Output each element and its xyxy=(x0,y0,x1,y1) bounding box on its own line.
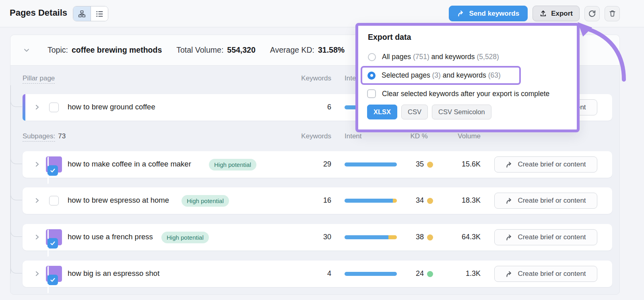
export-option-selected[interactable]: Selected pages (3) and keywords (63) xyxy=(362,71,501,80)
chevron-right-icon[interactable] xyxy=(34,234,41,240)
intent-bar xyxy=(345,199,397,203)
row-checkbox-checked[interactable] xyxy=(47,275,58,285)
sitemap-icon xyxy=(78,10,86,18)
trash-icon xyxy=(609,10,616,17)
topbar-actions: Send keywords Export xyxy=(449,6,620,21)
create-brief-button[interactable]: Create brief or content xyxy=(494,193,597,209)
export-popup-title: Export data xyxy=(368,33,411,42)
total-volume-label: Total Volume: xyxy=(176,45,223,55)
tree-view-button[interactable] xyxy=(73,6,91,21)
keywords-count: 29 xyxy=(288,160,331,168)
refresh-icon xyxy=(588,10,596,18)
kd-value: 24 xyxy=(397,269,424,278)
check-icon xyxy=(50,277,56,283)
create-brief-button[interactable]: Create brief or content xyxy=(494,229,597,245)
xlsx-button[interactable]: XLSX xyxy=(367,105,397,119)
subpage-row: how big is an espresso shot 4 24 1.3K Cr… xyxy=(23,261,612,287)
export-option-all[interactable]: All pages (751) and keywords (5,528) xyxy=(368,53,499,61)
subpages-count: 73 xyxy=(58,132,66,140)
intent-bar xyxy=(345,272,397,276)
forward-arrow-icon xyxy=(506,270,513,278)
chevron-down-icon[interactable] xyxy=(23,46,31,54)
delete-button[interactable] xyxy=(605,6,620,21)
row-checkbox-checked[interactable] xyxy=(47,238,58,249)
list-icon xyxy=(95,10,104,18)
kd-value: 38 xyxy=(397,233,424,241)
subpage-row: how to make coffee in a coffee maker Hig… xyxy=(23,151,612,178)
checkbox-highlight xyxy=(46,266,62,282)
create-brief-button[interactable]: Create brief or content xyxy=(494,266,597,282)
topic-label: Topic: xyxy=(47,45,68,55)
kd-dot xyxy=(427,198,433,204)
high-potential-badge: High potential xyxy=(161,232,209,243)
keywords-count: 6 xyxy=(288,103,331,111)
checkbox-highlight xyxy=(46,229,62,245)
list-view-button[interactable] xyxy=(91,6,108,21)
page-title-text: how to brew espresso at home xyxy=(68,196,169,205)
create-brief-button[interactable]: Create brief or content xyxy=(494,156,597,173)
average-kd-label: Average KD: xyxy=(270,45,314,55)
pillar-accent-bar xyxy=(23,94,25,121)
volume-column-header: Volume xyxy=(441,132,481,140)
volume-value: 18.3K xyxy=(441,196,481,205)
forward-arrow-icon xyxy=(506,161,513,168)
option-text: All pages (751) and keywords (5,528) xyxy=(382,53,499,61)
keywords-column-header: Keywords xyxy=(288,132,331,140)
export-popup: Export data All pages (751) and keywords… xyxy=(355,23,580,132)
selected-option-highlight: Selected pages (3) and keywords (63) xyxy=(361,66,521,85)
subpages-label[interactable]: Subpages: xyxy=(23,132,55,142)
csv-semicolon-button[interactable]: CSV Semicolon xyxy=(432,105,491,119)
kd-value: 34 xyxy=(397,196,424,205)
volume-value: 64.3K xyxy=(441,233,481,241)
high-potential-badge: High potential xyxy=(209,159,256,171)
keywords-count: 4 xyxy=(288,269,331,278)
checkbox-highlight xyxy=(46,156,62,173)
csv-button[interactable]: CSV xyxy=(401,105,428,119)
export-label: Export xyxy=(551,10,573,18)
chevron-right-icon[interactable] xyxy=(34,161,41,168)
send-keywords-label: Send keywords xyxy=(469,10,519,18)
page-title-text: how to use a french press xyxy=(68,232,153,241)
option-text: Selected pages (3) and keywords (63) xyxy=(382,71,501,80)
page-title-text: how big is an espresso shot xyxy=(68,269,159,278)
forward-arrow-icon xyxy=(457,10,465,17)
kd-dot xyxy=(427,271,433,277)
chevron-right-icon[interactable] xyxy=(34,270,41,277)
clear-keywords-checkbox[interactable] xyxy=(367,89,376,98)
refresh-button[interactable] xyxy=(584,6,600,21)
radio-selected[interactable] xyxy=(367,72,376,80)
upload-icon xyxy=(539,10,547,17)
export-button[interactable]: Export xyxy=(533,6,580,21)
subpage-row: how to use a french press High potential… xyxy=(23,224,612,251)
pillar-page-column-header[interactable]: Pillar page xyxy=(23,74,55,82)
radio-unselected[interactable] xyxy=(368,53,376,61)
clear-keywords-label: Clear selected keywords after your expor… xyxy=(382,90,549,98)
row-checkbox[interactable] xyxy=(49,196,59,205)
page-title: Pages Details xyxy=(10,8,67,18)
forward-arrow-icon xyxy=(506,234,513,241)
pages-details-screen: Pages Details xyxy=(0,0,644,300)
chevron-right-icon[interactable] xyxy=(34,197,41,204)
tree-connector-line xyxy=(10,85,11,273)
check-icon xyxy=(50,167,56,174)
keywords-column-header: Keywords xyxy=(288,74,331,82)
subpage-row: how to brew espresso at home High potent… xyxy=(23,187,612,214)
intent-bar xyxy=(345,162,397,166)
row-checkbox-checked[interactable] xyxy=(47,165,58,176)
volume-value: 15.6K xyxy=(441,160,481,168)
subpages-header: Subpages:73 xyxy=(23,132,66,140)
kd-value: 35 xyxy=(397,160,424,168)
forward-arrow-icon xyxy=(506,197,513,205)
intent-column-header: Intent xyxy=(345,132,362,140)
keywords-count: 30 xyxy=(288,233,331,241)
chevron-right-icon[interactable] xyxy=(34,104,41,111)
view-toggle xyxy=(73,6,108,21)
kd-column-header: KD % xyxy=(397,132,428,140)
page-title-text: how to brew ground coffee xyxy=(68,103,155,111)
kd-dot xyxy=(427,234,433,240)
row-checkbox[interactable] xyxy=(49,103,59,112)
kd-dot xyxy=(427,162,433,168)
clear-keywords-option[interactable]: Clear selected keywords after your expor… xyxy=(367,89,549,98)
send-keywords-button[interactable]: Send keywords xyxy=(449,6,528,21)
topic-value: coffee brewing methods xyxy=(72,45,162,55)
